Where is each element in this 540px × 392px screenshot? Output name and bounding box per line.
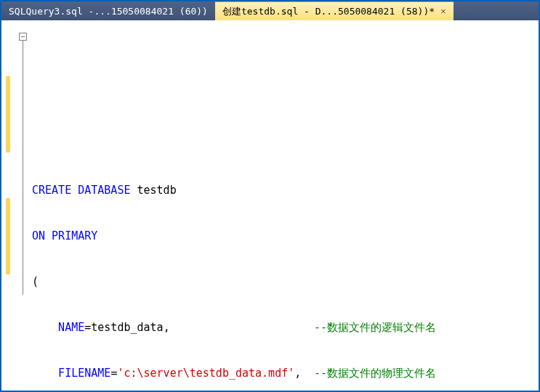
fold-line — [23, 41, 23, 295]
code-line: CREATE DATABASE testdb — [32, 183, 539, 198]
code-line: FILENAME='c:\server\testdb_data.mdf',--数… — [32, 366, 539, 381]
change-marker — [6, 76, 10, 152]
code-editor[interactable]: − CREATE DATABASE testdb ON PRIMARY ( NA… — [1, 20, 539, 391]
code-line: ( — [32, 274, 539, 290]
code-line: NAME=testdb_data,--数据文件的逻辑文件名 — [32, 320, 539, 335]
tab-label: SQLQuery3.sql -...15050084021 (60)) — [9, 6, 208, 17]
change-marker — [6, 198, 10, 274]
tab-label: 创建testdb.sql - D...5050084021 (58))* — [222, 5, 435, 18]
gutter: − — [19, 30, 29, 91]
fold-toggle[interactable]: − — [19, 33, 27, 41]
tab-sqlquery3[interactable]: SQLQuery3.sql -...15050084021 (60)) — [1, 1, 215, 20]
tab-bar: SQLQuery3.sql -...15050084021 (60)) 创建te… — [1, 1, 539, 20]
tab-create-testdb[interactable]: 创建testdb.sql - D...5050084021 (58))* × — [215, 1, 454, 20]
close-icon[interactable]: × — [440, 6, 446, 17]
code-content: CREATE DATABASE testdb ON PRIMARY ( NAME… — [32, 152, 539, 392]
code-line: ON PRIMARY — [32, 229, 539, 244]
